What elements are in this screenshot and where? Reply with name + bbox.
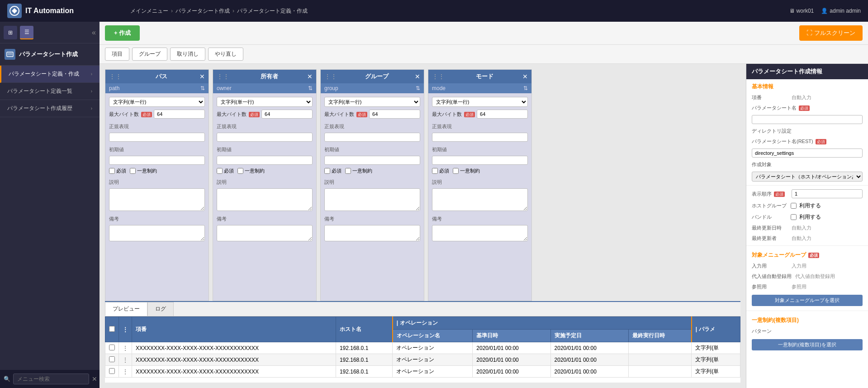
sidebar-item-define-create[interactable]: パラメータシート定義・作成 › [0, 66, 100, 83]
row-checkbox-2[interactable] [105, 354, 119, 366]
row-op-name-3: オペレーション [393, 366, 473, 378]
max-bytes-input-owner[interactable] [261, 110, 313, 119]
item-button[interactable]: 項目 [105, 48, 129, 61]
tab-preview[interactable]: プレビュー [105, 302, 147, 316]
card-header-path: ⋮⋮ パス ✕ [105, 70, 209, 83]
desc-label-mode: 説明 [432, 179, 528, 186]
breadcrumb-item-3[interactable]: パラメータシート定義・作成 [237, 7, 308, 15]
remarks-input-path[interactable] [109, 225, 205, 241]
sidebar-item-define-list[interactable]: パラメータシート定義一覧 › [0, 83, 100, 100]
create-button[interactable]: + 作成 [105, 25, 140, 41]
host-group-checkbox[interactable] [791, 203, 797, 209]
row-host-2: 192.168.0.1 [336, 354, 392, 366]
default-input-group[interactable] [324, 156, 420, 165]
card-body-group: 文字列(単一行) 最大バイト数 必須 正規表現 初期値 必須 [321, 93, 424, 301]
sort-icon-group[interactable]: ⇅ [416, 85, 420, 91]
preview-table: ⋮ 項番 ホスト名 | オペレーション | パラメ オペレーション名 基準日時 [105, 316, 740, 378]
default-input-path[interactable] [109, 156, 205, 165]
max-bytes-input-path[interactable] [154, 110, 205, 119]
redo-button[interactable]: やり直し [208, 48, 243, 61]
select-unique-btn[interactable]: 一意制約(複数項目)を選択 [752, 339, 863, 350]
sidebar-grid-btn[interactable]: ⊞ [4, 26, 17, 39]
sheet-name-input[interactable] [752, 115, 863, 124]
search-clear-icon[interactable]: ✕ [92, 375, 97, 383]
drag-handle-icon-owner[interactable]: ⋮⋮ [217, 73, 229, 80]
desc-input-path[interactable] [109, 188, 205, 211]
required-check-path[interactable]: 必須 [109, 168, 126, 174]
sidebar-collapse-btn[interactable]: « [92, 29, 96, 37]
user-icon: 👤 [821, 8, 828, 14]
regex-input-group[interactable] [324, 133, 420, 142]
required-check-mode[interactable]: 必須 [432, 168, 449, 174]
close-card-mode[interactable]: ✕ [522, 73, 528, 80]
type-select-path[interactable]: 文字列(単一行) [109, 97, 205, 107]
breadcrumb-item-1[interactable]: メインメニュー [130, 7, 168, 15]
unique-check-path[interactable]: 一意制約 [130, 168, 157, 174]
desc-input-owner[interactable] [217, 188, 313, 211]
breadcrumb-item-2[interactable]: パラメータシート作成 [175, 7, 230, 15]
bundle-row: バンドル 利用する [746, 211, 868, 223]
default-input-owner[interactable] [217, 156, 313, 165]
drag-handle-icon[interactable]: ⋮⋮ [109, 73, 122, 80]
bundle-checkbox[interactable] [791, 214, 797, 220]
regex-input-mode[interactable] [432, 133, 528, 142]
close-card-group[interactable]: ✕ [415, 73, 420, 80]
sort-icon-path[interactable]: ⇅ [200, 85, 205, 91]
unique-check-owner[interactable]: 一意制約 [237, 168, 265, 174]
main-layout: ⊞ ☰ « パラメータシート作成 パラメータシート定義・作成 › パラメータシー… [0, 22, 868, 388]
drag-handle-icon-group[interactable]: ⋮⋮ [324, 73, 337, 80]
row-menu-2[interactable]: ⋮ [119, 354, 132, 366]
th-item-no: 項番 [132, 317, 336, 342]
max-bytes-input-mode[interactable] [477, 110, 528, 119]
row-op-last-1 [628, 342, 692, 354]
close-card-owner[interactable]: ✕ [307, 73, 313, 80]
remarks-input-mode[interactable] [432, 225, 528, 241]
select-all-checkbox[interactable] [109, 326, 115, 332]
unique-check-mode[interactable]: 一意制約 [453, 168, 480, 174]
type-select-owner[interactable]: 文字列(単一行) [217, 97, 313, 107]
cancel-button[interactable]: 取り消し [170, 48, 205, 61]
group-button[interactable]: グループ [132, 48, 167, 61]
type-select-group[interactable]: 文字列(単一行) [324, 97, 420, 107]
close-card-path[interactable]: ✕ [199, 73, 205, 80]
th-checkbox [105, 317, 119, 342]
regex-input-path[interactable] [109, 133, 205, 142]
sidebar-item-history[interactable]: パラメータシート作成履歴 › [0, 100, 100, 117]
required-check-group[interactable]: 必須 [324, 168, 342, 174]
display-order-input[interactable] [792, 189, 863, 198]
fullscreen-button[interactable]: ⛶ フルスクリーン [799, 25, 863, 41]
tab-log[interactable]: ログ [147, 302, 174, 316]
sort-icon-owner[interactable]: ⇅ [308, 85, 313, 91]
rest-name-input[interactable] [752, 148, 863, 158]
drag-handle-icon-mode[interactable]: ⋮⋮ [432, 73, 445, 80]
desc-input-mode[interactable] [432, 188, 528, 211]
reference-menu-label: 参照用 [752, 283, 788, 290]
regex-label-group: 正規表現 [324, 123, 420, 130]
row-checkbox-1[interactable] [105, 342, 119, 354]
target-select[interactable]: パラメータシート（ホスト/オペレーションあり） [752, 172, 863, 182]
regex-input-owner[interactable] [217, 133, 313, 142]
sort-icon-mode[interactable]: ⇅ [523, 85, 528, 91]
remarks-input-owner[interactable] [217, 225, 313, 241]
card-header-group: ⋮⋮ グループ ✕ [321, 70, 424, 83]
select-menu-group-btn[interactable]: 対象メニューグループを選択 [752, 295, 863, 306]
sidebar-list-btn[interactable]: ☰ [20, 26, 33, 39]
row-menu-3[interactable]: ⋮ [119, 366, 132, 378]
unique-check-group[interactable]: 一意制約 [345, 168, 372, 174]
type-select-mode[interactable]: 文字列(単一行) [432, 97, 528, 107]
divider-3 [746, 311, 868, 311]
pattern-label: パターン [752, 328, 788, 335]
default-input-mode[interactable] [432, 156, 528, 165]
input-menu-label: 入力用 [752, 263, 788, 269]
remarks-input-group[interactable] [324, 225, 420, 241]
search-input[interactable] [13, 374, 89, 384]
row-checkbox-3[interactable] [105, 366, 119, 378]
row-menu-1[interactable]: ⋮ [119, 342, 132, 354]
required-check-owner[interactable]: 必須 [217, 168, 234, 174]
desc-input-group[interactable] [324, 188, 420, 211]
th-op-base: 基準日時 [473, 330, 550, 342]
row-param-2: 文字列(単 [692, 354, 740, 366]
field-item-no: 項番 自動入力 [746, 92, 868, 103]
breadcrumb-arrow-1: › [171, 8, 173, 14]
max-bytes-input-group[interactable] [369, 110, 420, 119]
